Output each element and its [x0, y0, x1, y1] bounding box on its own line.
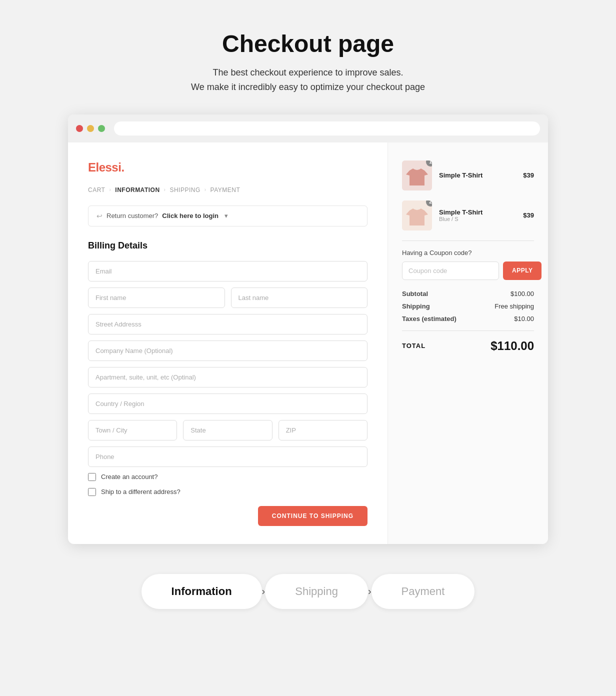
tab-shipping[interactable]: Shipping — [265, 574, 368, 609]
street-field-wrap — [88, 314, 368, 334]
order-divider — [402, 240, 534, 241]
subtotal-line: Subtotal $100.00 — [402, 290, 534, 298]
item-2-name: Simple T-Shirt — [439, 208, 516, 216]
first-name-input[interactable] — [88, 288, 225, 308]
email-input[interactable] — [88, 261, 368, 282]
tab-payment[interactable]: Payment — [372, 574, 475, 609]
return-chevron-icon: ▾ — [224, 212, 228, 220]
city-field-wrap — [88, 420, 177, 440]
state-input[interactable] — [183, 420, 272, 440]
breadcrumb-sep-3: › — [204, 187, 206, 192]
last-name-input[interactable] — [231, 288, 368, 308]
tab-information[interactable]: Information — [142, 574, 262, 609]
country-input[interactable] — [88, 394, 368, 414]
checkout-right-panel: 1 Simple T-Shirt $39 2 — [388, 142, 548, 544]
taxes-label: Taxes (estimated) — [402, 315, 456, 322]
item-1-image: 1 — [402, 160, 432, 190]
city-state-zip-row — [88, 420, 368, 440]
page-subtitle: The best checkout experience to improve … — [191, 66, 425, 94]
item-2-details: Simple T-Shirt Blue / S — [439, 208, 516, 222]
continue-to-shipping-button[interactable]: CONTINUE TO SHIPPING — [258, 506, 368, 526]
order-item-2: 2 Simple T-Shirt Blue / S $39 — [402, 200, 534, 230]
country-row — [88, 394, 368, 414]
dot-red — [76, 125, 83, 132]
street-input[interactable] — [88, 314, 368, 334]
breadcrumb-cart[interactable]: CART — [88, 186, 105, 194]
bottom-tabs: Information › Shipping › Payment — [142, 574, 475, 609]
state-field-wrap — [183, 420, 272, 440]
item-1-price: $39 — [523, 172, 534, 179]
email-row — [88, 261, 368, 282]
zip-field-wrap — [278, 420, 368, 440]
item-1-name: Simple T-Shirt — [439, 172, 516, 179]
breadcrumb-sep-2: › — [164, 187, 166, 192]
subtotal-label: Subtotal — [402, 290, 428, 298]
breadcrumb-shipping[interactable]: SHIPPING — [170, 186, 200, 194]
city-input[interactable] — [88, 420, 177, 440]
browser-address-bar — [114, 122, 540, 136]
create-account-label: Create an account? — [101, 473, 158, 480]
browser-bar — [68, 114, 548, 142]
browser-window: Elessi. CART › INFORMATION › SHIPPING › … — [68, 114, 548, 544]
page-wrapper: Checkout page The best checkout experien… — [0, 0, 616, 629]
street-row — [88, 314, 368, 334]
breadcrumb: CART › INFORMATION › SHIPPING › PAYMENT — [88, 186, 368, 194]
create-account-row: Create an account? — [88, 473, 368, 481]
brand-logo: Elessi. — [88, 160, 368, 174]
breadcrumb-sep-1: › — [109, 187, 111, 192]
dot-yellow — [87, 125, 94, 132]
phone-input[interactable] — [88, 446, 368, 467]
coupon-input[interactable] — [402, 262, 499, 280]
page-title: Checkout page — [222, 30, 394, 58]
phone-field-wrap — [88, 446, 368, 467]
item-2-image: 2 — [402, 200, 432, 230]
taxes-value: $10.00 — [514, 315, 534, 322]
tab-arrow-2: › — [363, 586, 376, 597]
item-2-price: $39 — [523, 212, 534, 219]
login-link[interactable]: Click here to login — [162, 212, 218, 220]
country-field-wrap — [88, 394, 368, 414]
apartment-input[interactable] — [88, 367, 368, 388]
email-field-wrap — [88, 261, 368, 282]
shipping-value: Free shipping — [494, 302, 534, 310]
item-2-variant: Blue / S — [439, 216, 516, 222]
ship-different-row: Ship to a different address? — [88, 488, 368, 496]
shipping-line: Shipping Free shipping — [402, 302, 534, 310]
company-input[interactable] — [88, 340, 368, 361]
dot-green — [98, 125, 105, 132]
order-item-1: 1 Simple T-Shirt $39 — [402, 160, 534, 190]
apply-coupon-button[interactable]: APPLY — [503, 262, 542, 280]
return-customer-text: Return customer? — [106, 212, 158, 220]
taxes-line: Taxes (estimated) $10.00 — [402, 315, 534, 322]
ship-different-label: Ship to a different address? — [101, 488, 180, 496]
breadcrumb-payment[interactable]: PAYMENT — [210, 186, 240, 194]
shipping-label: Shipping — [402, 302, 430, 310]
company-row — [88, 340, 368, 361]
tab-arrow-1: › — [257, 586, 270, 597]
item-1-details: Simple T-Shirt — [439, 172, 516, 179]
phone-row — [88, 446, 368, 467]
create-account-checkbox[interactable] — [88, 473, 96, 481]
coupon-row: APPLY — [402, 262, 534, 280]
checkout-left-panel: Elessi. CART › INFORMATION › SHIPPING › … — [68, 142, 388, 544]
total-label: TOTAL — [402, 342, 426, 350]
breadcrumb-information[interactable]: INFORMATION — [115, 186, 160, 194]
zip-input[interactable] — [278, 420, 368, 440]
total-amount: $110.00 — [490, 339, 534, 353]
first-name-field-wrap — [88, 288, 225, 308]
company-field-wrap — [88, 340, 368, 361]
apartment-field-wrap — [88, 367, 368, 388]
name-row — [88, 288, 368, 308]
ship-different-checkbox[interactable] — [88, 488, 96, 496]
return-customer-bar: ↩ Return customer? Click here to login ▾ — [88, 206, 368, 226]
coupon-label: Having a Coupon code? — [402, 249, 534, 256]
return-icon: ↩ — [96, 212, 102, 220]
apartment-row — [88, 367, 368, 388]
form-actions: CONTINUE TO SHIPPING — [88, 506, 368, 526]
total-row: TOTAL $110.00 — [402, 330, 534, 353]
billing-section-title: Billing Details — [88, 240, 368, 251]
checkout-content: Elessi. CART › INFORMATION › SHIPPING › … — [68, 142, 548, 544]
subtotal-value: $100.00 — [510, 290, 534, 298]
last-name-field-wrap — [231, 288, 368, 308]
